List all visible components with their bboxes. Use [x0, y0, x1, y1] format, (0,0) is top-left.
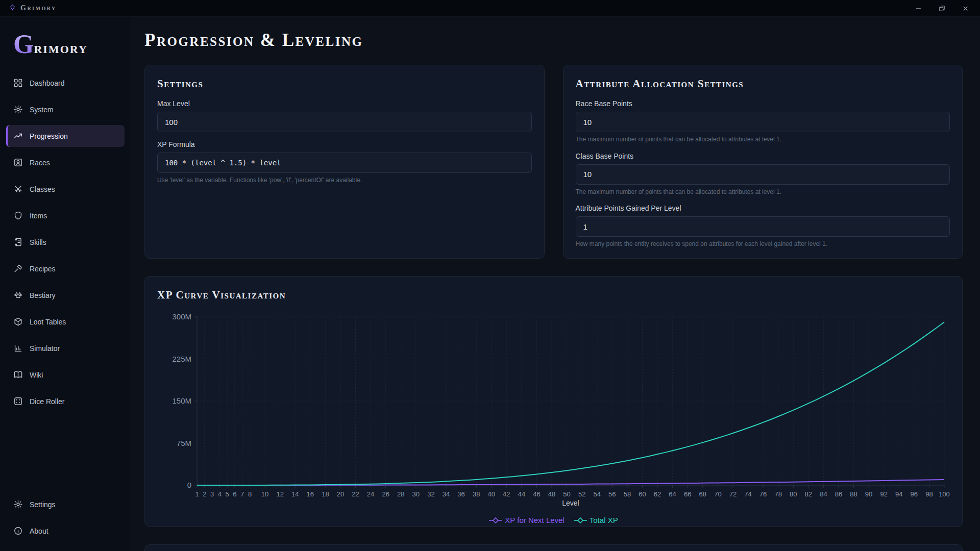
svg-text:24: 24: [367, 490, 374, 498]
sidebar-item-about[interactable]: About: [6, 520, 125, 542]
sidebar-item-label: Races: [30, 159, 50, 167]
svg-text:78: 78: [774, 490, 781, 498]
sidebar-item-dashboard[interactable]: Dashboard: [6, 72, 125, 94]
svg-text:22: 22: [352, 490, 359, 498]
xp-curve-card: XP Curve Visualization 075M150M225M300M1…: [144, 276, 963, 527]
settings-cards-row: Settings Max Level XP Formula Use 'level…: [144, 65, 963, 259]
svg-text:46: 46: [533, 490, 540, 498]
svg-text:75M: 75M: [177, 439, 191, 447]
svg-text:92: 92: [880, 490, 887, 498]
bar-chart-icon: [13, 343, 23, 353]
svg-text:34: 34: [443, 490, 450, 498]
svg-text:20: 20: [337, 490, 344, 498]
sidebar-item-label: Recipes: [30, 265, 56, 273]
svg-text:36: 36: [457, 490, 464, 498]
sidebar-item-progression[interactable]: Progression: [6, 125, 125, 147]
sidebar-item-races[interactable]: Races: [6, 152, 125, 173]
xp-formula-input[interactable]: [157, 153, 532, 173]
sidebar-item-loot-tables[interactable]: Loot Tables: [6, 311, 125, 333]
svg-text:96: 96: [911, 490, 918, 498]
main-content: Progression & Leveling Settings Max Leve…: [131, 17, 980, 551]
book-icon: [13, 370, 23, 380]
max-level-field: Max Level: [157, 99, 532, 132]
legend-item-xp-for-next-level[interactable]: XP for Next Level: [489, 516, 564, 524]
app-shell: Grimory DashboardSystemProgressionRacesC…: [0, 17, 980, 551]
svg-text:50: 50: [563, 490, 570, 498]
sidebar-item-label: Dashboard: [30, 79, 65, 87]
svg-text:64: 64: [669, 490, 676, 498]
sidebar-item-system[interactable]: System: [6, 98, 125, 120]
svg-text:54: 54: [594, 490, 601, 498]
svg-text:98: 98: [925, 490, 933, 498]
svg-text:28: 28: [397, 490, 404, 498]
sidebar-item-classes[interactable]: Classes: [6, 178, 125, 200]
settings-card-title: Settings: [157, 78, 532, 90]
class-base-points-field: Class Base Points The maximum number of …: [576, 152, 950, 196]
svg-text:90: 90: [865, 490, 872, 498]
svg-text:84: 84: [820, 490, 827, 498]
sidebar-item-label: Skills: [30, 238, 46, 246]
window-controls: [906, 0, 977, 16]
svg-text:94: 94: [895, 490, 902, 498]
info-icon: [13, 526, 23, 536]
svg-text:80: 80: [790, 490, 797, 498]
app-logo: Grimory: [0, 25, 131, 72]
paw-icon: [13, 290, 23, 300]
max-level-label: Max Level: [157, 99, 532, 108]
sidebar-item-label: Loot Tables: [30, 318, 66, 326]
xp-formula-help: Use 'level' as the variable. Functions l…: [157, 177, 532, 185]
sidebar-footer-nav: SettingsAbout: [0, 493, 131, 542]
logo-initial: G: [13, 30, 34, 59]
sidebar-item-simulator[interactable]: Simulator: [6, 337, 125, 359]
xp-formula-field: XP Formula Use 'level' as the variable. …: [157, 140, 532, 185]
minimize-button[interactable]: [906, 0, 930, 16]
sidebar-item-label: Items: [30, 212, 47, 220]
sidebar-item-skills[interactable]: Skills: [6, 231, 125, 253]
sidebar-item-settings[interactable]: Settings: [6, 493, 125, 515]
svg-text:16: 16: [307, 490, 314, 498]
svg-text:7: 7: [240, 490, 244, 498]
class-base-points-input[interactable]: [576, 164, 950, 185]
race-base-points-help: The maximum number of points that can be…: [576, 136, 950, 144]
class-base-points-help: The maximum number of points that can be…: [576, 188, 950, 196]
sidebar-item-items[interactable]: Items: [6, 205, 125, 227]
sidebar-item-wiki[interactable]: Wiki: [6, 364, 125, 386]
sidebar-item-label: System: [30, 106, 54, 114]
scroll-icon: [13, 237, 23, 247]
attribute-points-per-level-label: Attribute Points Gained Per Level: [576, 204, 950, 212]
xp-curve-chart-wrap: 075M150M225M300M123456781012141618202224…: [157, 311, 950, 524]
attribute-points-per-level-input[interactable]: [576, 216, 950, 237]
svg-text:1: 1: [195, 490, 199, 498]
legend-item-total-xp[interactable]: Total XP: [574, 516, 618, 524]
next-card-partial: [144, 544, 963, 551]
logo-text: rimory: [34, 39, 87, 57]
attribute-points-per-level-help: How many points the entity receives to s…: [576, 240, 950, 248]
sidebar-divider: [10, 486, 120, 486]
sidebar-item-bestiary[interactable]: Bestiary: [6, 284, 125, 306]
max-level-input[interactable]: [157, 112, 532, 132]
hammer-icon: [13, 264, 23, 273]
sidebar-item-dice-roller[interactable]: Dice Roller: [6, 390, 125, 412]
settings-card: Settings Max Level XP Formula Use 'level…: [144, 65, 545, 259]
svg-text:150M: 150M: [172, 396, 191, 405]
attribute-points-per-level-field: Attribute Points Gained Per Level How ma…: [576, 204, 950, 248]
crossed-swords-icon: [13, 184, 23, 194]
maximize-button[interactable]: [930, 0, 953, 16]
legend-line-icon: [574, 517, 587, 523]
xp-curve-card-title: XP Curve Visualization: [157, 289, 950, 302]
svg-text:40: 40: [487, 490, 495, 498]
svg-text:42: 42: [503, 490, 510, 498]
app-logo-icon: [9, 4, 16, 13]
race-base-points-input[interactable]: [576, 112, 950, 132]
class-base-points-label: Class Base Points: [576, 152, 950, 160]
svg-text:72: 72: [729, 490, 737, 498]
sidebar-item-recipes[interactable]: Recipes: [6, 258, 125, 280]
svg-text:38: 38: [473, 490, 480, 498]
race-base-points-field: Race Base Points The maximum number of p…: [576, 99, 950, 144]
svg-text:56: 56: [608, 490, 616, 498]
attribute-allocation-card: Attribute Allocation Settings Race Base …: [563, 65, 963, 259]
svg-text:86: 86: [835, 490, 842, 498]
close-button[interactable]: [953, 0, 977, 16]
app-title: Grimory: [20, 4, 57, 12]
svg-text:5: 5: [226, 490, 229, 498]
